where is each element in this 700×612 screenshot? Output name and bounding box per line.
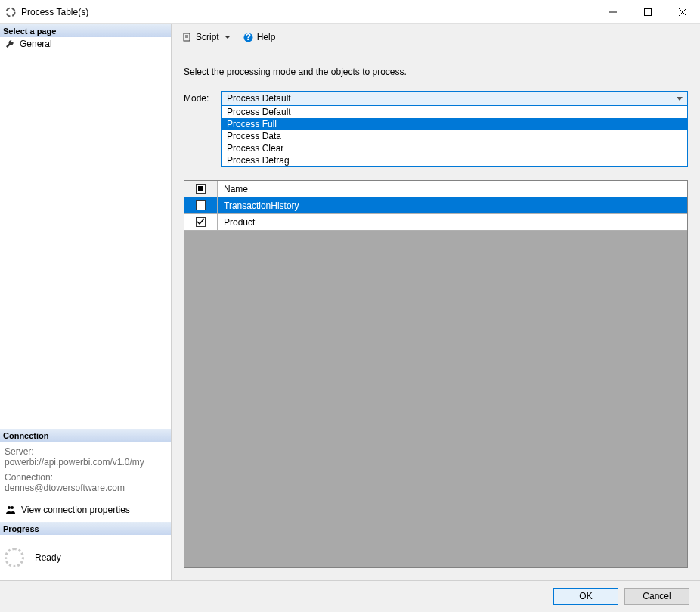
window-title: Process Table(s) bbox=[21, 7, 88, 17]
row-name: Product bbox=[218, 214, 687, 230]
spinner-icon bbox=[5, 548, 24, 567]
script-button[interactable]: Script bbox=[179, 30, 236, 44]
svg-text:?: ? bbox=[246, 33, 251, 42]
chevron-down-icon bbox=[677, 93, 683, 104]
row-name: TransactionHistory bbox=[218, 197, 687, 213]
view-connection-label: View connection properties bbox=[21, 505, 130, 515]
table-row[interactable]: Product bbox=[184, 214, 687, 231]
svg-point-6 bbox=[11, 506, 14, 509]
objects-grid: Name TransactionHistoryProduct bbox=[184, 180, 688, 568]
cancel-button[interactable]: Cancel bbox=[624, 588, 689, 605]
mode-option[interactable]: Process Data bbox=[222, 130, 687, 142]
progress-status: Ready bbox=[35, 552, 61, 563]
pages-header: Select a page bbox=[0, 24, 171, 37]
script-icon bbox=[182, 32, 193, 42]
mode-dropdown: Process DefaultProcess FullProcess DataP… bbox=[221, 106, 688, 167]
connection-value: dennes@dtowersoftware.com bbox=[5, 483, 166, 493]
header-checkbox-cell[interactable] bbox=[184, 181, 218, 197]
connection-block: Server: powerbi://api.powerbi.com/v1.0/m… bbox=[0, 442, 171, 501]
svg-rect-2 bbox=[645, 8, 652, 15]
row-checkbox[interactable] bbox=[196, 217, 206, 227]
mode-row: Mode: Process Default Process DefaultPro… bbox=[184, 91, 688, 106]
wrench-icon bbox=[5, 39, 15, 49]
svg-point-5 bbox=[8, 506, 11, 509]
people-icon bbox=[5, 504, 17, 516]
toolbar: Script ? Help bbox=[172, 24, 700, 50]
mode-selected-value: Process Default bbox=[227, 93, 291, 104]
grid-name-header[interactable]: Name bbox=[218, 181, 687, 197]
table-row[interactable]: TransactionHistory bbox=[184, 197, 687, 214]
titlebar: Process Table(s) bbox=[0, 0, 700, 24]
connection-header: Connection bbox=[0, 429, 171, 442]
server-label: Server: bbox=[5, 446, 166, 457]
left-pane: Select a page General Connection Server:… bbox=[0, 24, 172, 580]
help-label: Help bbox=[257, 32, 276, 42]
maximize-button[interactable] bbox=[630, 0, 665, 24]
instruction-text: Select the processing mode and the objec… bbox=[184, 67, 688, 77]
mode-option[interactable]: Process Clear bbox=[222, 142, 687, 154]
row-checkbox-cell[interactable] bbox=[184, 197, 218, 213]
app-icon bbox=[5, 6, 17, 18]
workspace: Select a page General Connection Server:… bbox=[0, 24, 700, 580]
view-connection-link[interactable]: View connection properties bbox=[0, 501, 171, 522]
mode-label: Mode: bbox=[184, 91, 215, 104]
right-pane: Script ? Help Select the processing mode… bbox=[172, 24, 700, 580]
sidebar-item-general[interactable]: General bbox=[0, 37, 171, 51]
ok-button[interactable]: OK bbox=[553, 588, 618, 605]
mode-option[interactable]: Process Full bbox=[222, 118, 687, 130]
connection-label: Connection: bbox=[5, 472, 166, 483]
dialog-footer: OK Cancel bbox=[0, 580, 700, 612]
row-checkbox[interactable] bbox=[196, 200, 206, 210]
script-label: Script bbox=[196, 32, 219, 42]
server-value: powerbi://api.powerbi.com/v1.0/my bbox=[5, 457, 166, 468]
chevron-down-icon bbox=[222, 32, 233, 42]
progress-body: Ready bbox=[0, 535, 171, 580]
svg-point-0 bbox=[7, 8, 15, 16]
mode-select[interactable]: Process Default Process DefaultProcess F… bbox=[221, 91, 688, 106]
mode-option[interactable]: Process Default bbox=[222, 106, 687, 118]
progress-header: Progress bbox=[0, 522, 171, 535]
mode-option[interactable]: Process Defrag bbox=[222, 154, 687, 166]
main-area: Select the processing mode and the objec… bbox=[184, 62, 688, 568]
svg-line-4 bbox=[679, 8, 686, 16]
grid-header: Name bbox=[184, 181, 687, 197]
help-button[interactable]: ? Help bbox=[240, 30, 279, 44]
minimize-button[interactable] bbox=[596, 0, 630, 24]
row-checkbox-cell[interactable] bbox=[184, 214, 218, 230]
help-icon: ? bbox=[243, 32, 254, 42]
header-checkbox[interactable] bbox=[196, 184, 206, 194]
svg-line-3 bbox=[679, 8, 686, 16]
mode-selected-display[interactable]: Process Default bbox=[221, 91, 688, 106]
sidebar-item-label: General bbox=[20, 39, 52, 49]
close-button[interactable] bbox=[665, 0, 700, 24]
